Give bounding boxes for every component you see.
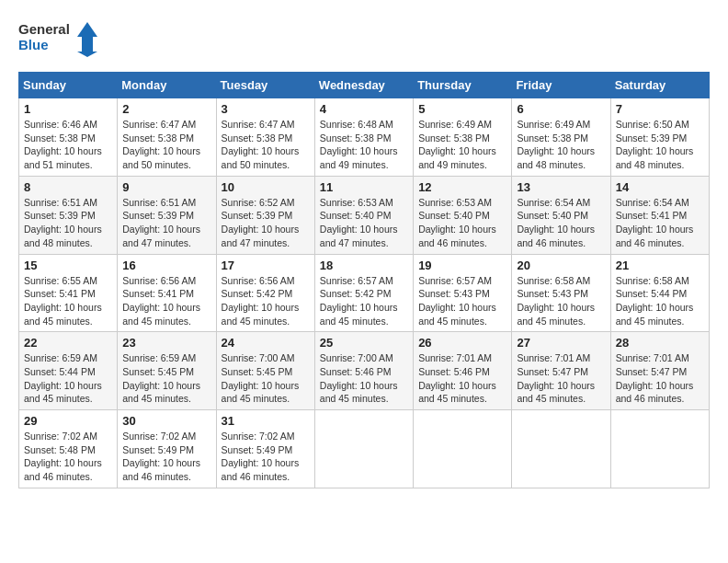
day-number: 14	[616, 180, 704, 194]
day-number: 22	[24, 336, 112, 350]
day-number: 11	[320, 180, 408, 194]
day-cell-9: 9Sunrise: 6:51 AMSunset: 5:39 PMDaylight…	[118, 176, 216, 254]
day-cell-7: 7Sunrise: 6:50 AMSunset: 5:39 PMDaylight…	[610, 98, 709, 177]
day-info: Sunrise: 6:48 AMSunset: 5:38 PMDaylight:…	[320, 118, 408, 172]
day-info: Sunrise: 7:02 AMSunset: 5:49 PMDaylight:…	[222, 430, 310, 484]
day-number: 23	[122, 336, 210, 350]
day-number: 13	[517, 180, 605, 194]
empty-cell	[610, 410, 709, 488]
day-info: Sunrise: 6:47 AMSunset: 5:38 PMDaylight:…	[122, 118, 210, 172]
day-info: Sunrise: 6:51 AMSunset: 5:39 PMDaylight:…	[122, 196, 210, 250]
day-number: 9	[122, 180, 210, 194]
day-number: 3	[222, 102, 310, 116]
empty-cell	[314, 410, 413, 488]
day-info: Sunrise: 7:01 AMSunset: 5:47 PMDaylight:…	[517, 351, 605, 406]
day-number: 29	[24, 414, 112, 428]
day-number: 16	[122, 259, 210, 272]
day-cell-19: 19Sunrise: 6:57 AMSunset: 5:43 PMDayligh…	[414, 254, 512, 332]
day-info: Sunrise: 6:53 AMSunset: 5:40 PMDaylight:…	[418, 196, 506, 250]
empty-cell	[512, 410, 610, 488]
calendar-header-row: SundayMondayTuesdayWednesdayThursdayFrid…	[19, 73, 710, 98]
day-cell-14: 14Sunrise: 6:54 AMSunset: 5:41 PMDayligh…	[610, 176, 709, 254]
day-number: 26	[418, 336, 506, 350]
day-number: 1	[24, 102, 112, 116]
calendar-table: SundayMondayTuesdayWednesdayThursdayFrid…	[18, 72, 710, 488]
day-cell-16: 16Sunrise: 6:56 AMSunset: 5:41 PMDayligh…	[118, 254, 216, 332]
column-header-sunday: Sunday	[19, 73, 118, 98]
day-info: Sunrise: 6:56 AMSunset: 5:41 PMDaylight:…	[122, 274, 210, 328]
day-number: 24	[222, 336, 310, 350]
day-cell-31: 31Sunrise: 7:02 AMSunset: 5:49 PMDayligh…	[216, 410, 314, 488]
day-number: 2	[122, 102, 210, 116]
day-cell-26: 26Sunrise: 7:01 AMSunset: 5:46 PMDayligh…	[414, 332, 512, 410]
day-cell-30: 30Sunrise: 7:02 AMSunset: 5:49 PMDayligh…	[118, 410, 216, 488]
calendar-week-4: 22Sunrise: 6:59 AMSunset: 5:44 PMDayligh…	[19, 332, 710, 410]
day-info: Sunrise: 6:54 AMSunset: 5:40 PMDaylight:…	[517, 196, 605, 250]
day-number: 30	[122, 414, 210, 428]
column-header-wednesday: Wednesday	[314, 73, 413, 98]
day-info: Sunrise: 6:57 AMSunset: 5:42 PMDaylight:…	[320, 274, 408, 328]
day-info: Sunrise: 6:49 AMSunset: 5:38 PMDaylight:…	[418, 118, 506, 172]
day-info: Sunrise: 6:58 AMSunset: 5:44 PMDaylight:…	[616, 274, 704, 328]
day-info: Sunrise: 7:02 AMSunset: 5:48 PMDaylight:…	[24, 430, 112, 484]
day-number: 5	[418, 102, 506, 116]
day-cell-17: 17Sunrise: 6:56 AMSunset: 5:42 PMDayligh…	[216, 254, 314, 332]
day-cell-27: 27Sunrise: 7:01 AMSunset: 5:47 PMDayligh…	[512, 332, 610, 410]
day-number: 20	[517, 259, 605, 272]
day-number: 18	[320, 259, 408, 272]
day-cell-29: 29Sunrise: 7:02 AMSunset: 5:48 PMDayligh…	[19, 410, 118, 488]
day-info: Sunrise: 6:57 AMSunset: 5:43 PMDaylight:…	[418, 274, 506, 328]
day-number: 17	[222, 259, 310, 272]
day-cell-6: 6Sunrise: 6:49 AMSunset: 5:38 PMDaylight…	[512, 98, 610, 177]
day-cell-1: 1Sunrise: 6:46 AMSunset: 5:38 PMDaylight…	[19, 98, 118, 177]
day-cell-15: 15Sunrise: 6:55 AMSunset: 5:41 PMDayligh…	[19, 254, 118, 332]
day-cell-18: 18Sunrise: 6:57 AMSunset: 5:42 PMDayligh…	[314, 254, 413, 332]
day-cell-11: 11Sunrise: 6:53 AMSunset: 5:40 PMDayligh…	[314, 176, 413, 254]
day-info: Sunrise: 6:47 AMSunset: 5:38 PMDaylight:…	[222, 118, 310, 172]
day-info: Sunrise: 6:51 AMSunset: 5:39 PMDaylight:…	[24, 196, 112, 250]
column-header-monday: Monday	[118, 73, 216, 98]
day-info: Sunrise: 6:50 AMSunset: 5:39 PMDaylight:…	[616, 118, 704, 172]
day-cell-8: 8Sunrise: 6:51 AMSunset: 5:39 PMDaylight…	[19, 176, 118, 254]
day-cell-22: 22Sunrise: 6:59 AMSunset: 5:44 PMDayligh…	[19, 332, 118, 410]
logo: General Blue	[18, 18, 101, 57]
day-info: Sunrise: 7:02 AMSunset: 5:49 PMDaylight:…	[122, 430, 210, 484]
day-number: 6	[517, 102, 605, 116]
day-info: Sunrise: 6:56 AMSunset: 5:42 PMDaylight:…	[222, 274, 310, 328]
calendar-week-3: 15Sunrise: 6:55 AMSunset: 5:41 PMDayligh…	[19, 254, 710, 332]
day-cell-13: 13Sunrise: 6:54 AMSunset: 5:40 PMDayligh…	[512, 176, 610, 254]
day-number: 21	[616, 259, 704, 272]
day-info: Sunrise: 6:54 AMSunset: 5:41 PMDaylight:…	[616, 196, 704, 250]
day-info: Sunrise: 7:01 AMSunset: 5:46 PMDaylight:…	[418, 351, 506, 406]
calendar-week-5: 29Sunrise: 7:02 AMSunset: 5:48 PMDayligh…	[19, 410, 710, 488]
day-info: Sunrise: 6:46 AMSunset: 5:38 PMDaylight:…	[24, 118, 112, 172]
day-cell-12: 12Sunrise: 6:53 AMSunset: 5:40 PMDayligh…	[414, 176, 512, 254]
svg-text:Blue: Blue	[18, 37, 49, 52]
day-number: 19	[418, 259, 506, 272]
day-cell-23: 23Sunrise: 6:59 AMSunset: 5:45 PMDayligh…	[118, 332, 216, 410]
svg-text:General: General	[18, 21, 70, 37]
column-header-tuesday: Tuesday	[216, 73, 314, 98]
day-number: 27	[517, 336, 605, 350]
day-info: Sunrise: 6:52 AMSunset: 5:39 PMDaylight:…	[222, 196, 310, 250]
day-cell-2: 2Sunrise: 6:47 AMSunset: 5:38 PMDaylight…	[118, 98, 216, 177]
day-number: 31	[222, 414, 310, 428]
column-header-saturday: Saturday	[610, 73, 709, 98]
page-header: General Blue	[18, 18, 710, 57]
day-number: 10	[222, 180, 310, 194]
column-header-friday: Friday	[512, 73, 610, 98]
day-cell-28: 28Sunrise: 7:01 AMSunset: 5:47 PMDayligh…	[610, 332, 709, 410]
day-cell-3: 3Sunrise: 6:47 AMSunset: 5:38 PMDaylight…	[216, 98, 314, 177]
day-number: 28	[616, 336, 704, 350]
day-info: Sunrise: 6:59 AMSunset: 5:45 PMDaylight:…	[122, 351, 210, 406]
day-number: 7	[616, 102, 704, 116]
day-number: 12	[418, 180, 506, 194]
day-number: 4	[320, 102, 408, 116]
day-number: 8	[24, 180, 112, 194]
day-cell-24: 24Sunrise: 7:00 AMSunset: 5:45 PMDayligh…	[216, 332, 314, 410]
day-cell-5: 5Sunrise: 6:49 AMSunset: 5:38 PMDaylight…	[414, 98, 512, 177]
column-header-thursday: Thursday	[414, 73, 512, 98]
logo-svg: General Blue	[18, 18, 101, 57]
day-cell-21: 21Sunrise: 6:58 AMSunset: 5:44 PMDayligh…	[610, 254, 709, 332]
day-cell-25: 25Sunrise: 7:00 AMSunset: 5:46 PMDayligh…	[314, 332, 413, 410]
